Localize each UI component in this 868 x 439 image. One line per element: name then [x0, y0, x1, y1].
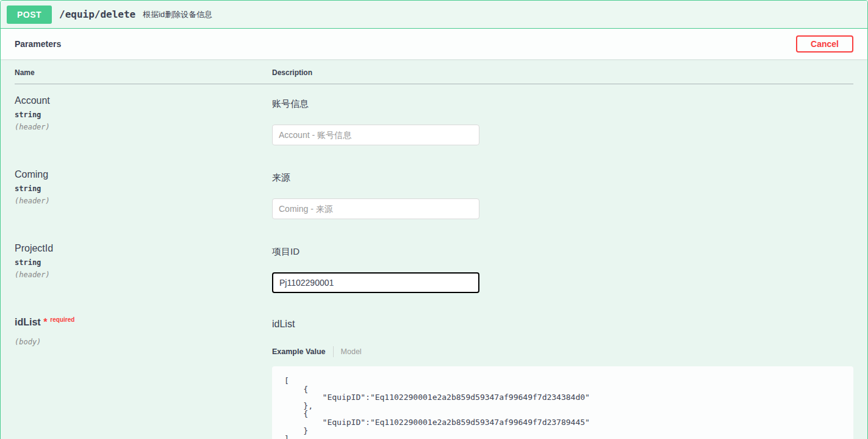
cancel-button[interactable]: Cancel	[796, 35, 853, 53]
parameter-description-cell: 账号信息	[272, 84, 853, 159]
parameter-location: (header)	[15, 123, 272, 131]
parameter-name: Account	[15, 95, 272, 106]
parameter-row-coming: Coming string (header) 来源	[15, 158, 853, 232]
required-label: required	[47, 316, 74, 323]
example-model-tabs: Example Value Model	[272, 346, 853, 357]
parameter-row-projectid: ProjectId string (header) 项目ID	[15, 232, 853, 306]
example-value-code-block[interactable]: [ { "EquipID":"Eq1102290001e2a2b859d5934…	[272, 366, 853, 439]
tab-separator	[333, 346, 334, 357]
parameter-location: (header)	[15, 270, 272, 279]
parameters-table-container: Name Description Account string (header)…	[1, 59, 867, 439]
parameter-name: ProjectId	[15, 243, 272, 254]
projectid-input[interactable]	[272, 272, 479, 293]
parameter-description-text: 来源	[272, 169, 853, 184]
parameters-table: Name Description Account string (header)…	[15, 59, 853, 439]
parameter-row-idlist: idList *required (body) idList Example V…	[15, 306, 853, 439]
parameter-location: (header)	[15, 197, 272, 205]
operation-path: /equip/delete	[59, 9, 135, 20]
operation-summary[interactable]: POST /equip/delete 根据id删除设备信息	[1, 1, 867, 29]
parameters-title: Parameters	[15, 39, 61, 49]
parameter-row-account: Account string (header) 账号信息	[15, 84, 853, 159]
column-header-name: Name	[15, 59, 272, 84]
parameter-description-cell: 来源	[272, 158, 853, 232]
tab-example-value[interactable]: Example Value	[272, 347, 326, 356]
parameter-type: string	[15, 184, 272, 193]
account-input[interactable]	[272, 125, 479, 145]
table-header-row: Name Description	[15, 59, 853, 84]
parameter-description-cell: 项目ID	[272, 232, 853, 306]
column-header-description: Description	[272, 59, 853, 84]
parameters-section-header: Parameters Cancel	[1, 29, 867, 59]
parameter-name-cell: Coming string (header)	[15, 158, 272, 232]
parameter-name: idList *required	[15, 317, 272, 328]
parameter-description-text: 账号信息	[272, 95, 853, 110]
parameter-name-cell: Account string (header)	[15, 84, 272, 159]
operation-description: 根据id删除设备信息	[143, 9, 212, 20]
parameter-location: (body)	[15, 338, 272, 346]
parameter-description-text: idList	[272, 317, 853, 330]
parameter-type: string	[15, 258, 272, 267]
coming-input[interactable]	[272, 198, 479, 219]
parameter-description-text: 项目ID	[272, 243, 853, 258]
parameter-description-cell: idList Example Value Model [ { "EquipID"…	[272, 306, 853, 439]
parameter-name-cell: idList *required (body)	[15, 306, 272, 439]
tab-model[interactable]: Model	[341, 347, 362, 356]
parameter-name: Coming	[15, 169, 272, 180]
method-badge: POST	[7, 5, 52, 24]
parameter-type: string	[15, 111, 272, 119]
parameter-name-cell: ProjectId string (header)	[15, 232, 272, 306]
operation-block-post: POST /equip/delete 根据id删除设备信息 Parameters…	[0, 0, 868, 439]
